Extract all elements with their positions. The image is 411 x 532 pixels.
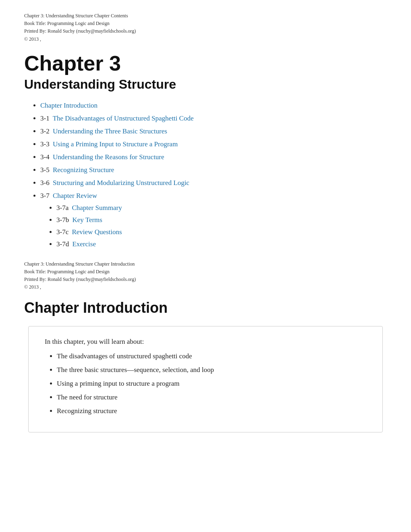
meta-bottom-line1: Chapter 3: Understanding Structure Chapt… <box>24 260 387 268</box>
toc-list: Chapter Introduction 3-1 The Disadvantag… <box>24 102 387 248</box>
intro-item-3: Using a priming input to structure a pro… <box>57 380 366 388</box>
toc-num-3-7: 3-7 <box>40 192 50 200</box>
toc-link-3-7c[interactable]: Review Questions <box>72 228 122 236</box>
meta-bottom-line2: Book Title: Programming Logic and Design <box>24 268 387 276</box>
toc-num-3-7b: 3-7b <box>56 216 69 224</box>
meta-bottom-line3: Printed By: Ronald Suchy (rsuchy@mayfiel… <box>24 276 387 283</box>
toc-item-3-5: 3-5 Recognizing Structure <box>40 166 387 174</box>
toc-num-3-4: 3-4 <box>40 153 50 161</box>
toc-item-3-7: 3-7 Chapter Review 3-7a Chapter Summary … <box>40 192 387 248</box>
meta-top-line1: Chapter 3: Understanding Structure Chapt… <box>24 12 387 20</box>
meta-top: Chapter 3: Understanding Structure Chapt… <box>24 12 387 43</box>
intro-section-heading: Chapter Introduction <box>24 299 387 316</box>
toc-link-3-7d[interactable]: Exercise <box>72 240 96 248</box>
toc-link-3-7b[interactable]: Key Terms <box>72 216 102 224</box>
toc-sublist-3-7: 3-7a Chapter Summary 3-7b Key Terms 3-7c… <box>40 204 387 248</box>
intro-item-1: The disadvantages of unstructured spaghe… <box>57 352 366 360</box>
toc-link-3-3[interactable]: Using a Priming Input to Structure a Pro… <box>53 140 178 148</box>
intro-box-list: The disadvantages of unstructured spaghe… <box>45 352 366 415</box>
intro-box: In this chapter, you will learn about: T… <box>28 326 383 432</box>
chapter-title: Understanding Structure <box>24 77 387 92</box>
toc-link-3-4[interactable]: Understanding the Reasons for Structure <box>53 153 164 161</box>
toc-num-3-7d: 3-7d <box>56 240 69 248</box>
meta-bottom: Chapter 3: Understanding Structure Chapt… <box>24 260 387 291</box>
toc-item-3-4: 3-4 Understanding the Reasons for Struct… <box>40 153 387 161</box>
chapter-number: Chapter 3 <box>24 51 387 75</box>
toc-item-3-6: 3-6 Structuring and Modularizing Unstruc… <box>40 179 387 187</box>
toc-item-3-7c: 3-7c Review Questions <box>56 228 387 236</box>
toc-num-3-3: 3-3 <box>40 140 50 148</box>
toc-link-3-1[interactable]: The Disadvantages of Unstructured Spaghe… <box>53 114 194 122</box>
toc-num-3-1: 3-1 <box>40 114 50 122</box>
toc-num-3-5: 3-5 <box>40 166 50 174</box>
meta-top-line2: Book Title: Programming Logic and Design <box>24 20 387 27</box>
toc-link-3-7a[interactable]: Chapter Summary <box>72 204 122 212</box>
toc-num-3-6: 3-6 <box>40 179 50 187</box>
toc-link-3-6[interactable]: Structuring and Modularizing Unstructure… <box>53 179 189 187</box>
meta-bottom-line4: © 2013 , <box>24 283 387 291</box>
intro-box-intro: In this chapter, you will learn about: <box>45 338 366 346</box>
toc-item-3-3: 3-3 Using a Priming Input to Structure a… <box>40 140 387 148</box>
intro-item-2: The three basic structures—sequence, sel… <box>57 366 366 374</box>
toc-link-3-2[interactable]: Understanding the Three Basic Structures <box>53 127 167 135</box>
toc-item-intro: Chapter Introduction <box>40 102 387 110</box>
intro-item-5: Recognizing structure <box>57 407 366 415</box>
meta-top-line4: © 2013 , <box>24 35 387 43</box>
toc-num-3-7c: 3-7c <box>56 228 68 236</box>
toc-item-3-7b: 3-7b Key Terms <box>56 216 387 224</box>
toc-link-3-5[interactable]: Recognizing Structure <box>53 166 114 174</box>
toc-item-3-7d: 3-7d Exercise <box>56 240 387 248</box>
toc-item-3-7a: 3-7a Chapter Summary <box>56 204 387 212</box>
toc-link-3-7[interactable]: Chapter Review <box>53 192 97 200</box>
intro-item-4: The need for structure <box>57 393 366 401</box>
toc-num-3-7a: 3-7a <box>56 204 68 212</box>
meta-top-line3: Printed By: Ronald Suchy (rsuchy@mayfiel… <box>24 27 387 35</box>
toc-link-intro[interactable]: Chapter Introduction <box>40 102 98 109</box>
toc-item-3-2: 3-2 Understanding the Three Basic Struct… <box>40 127 387 135</box>
toc-num-3-2: 3-2 <box>40 127 50 135</box>
toc-item-3-1: 3-1 The Disadvantages of Unstructured Sp… <box>40 114 387 123</box>
